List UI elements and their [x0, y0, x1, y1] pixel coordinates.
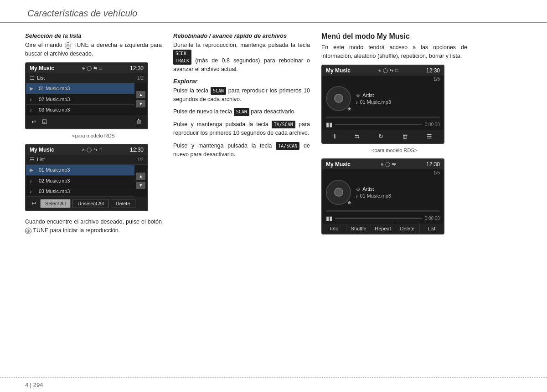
left-para2: Cuando encuentre el archivo deseado, pul… — [25, 218, 162, 235]
scroll-down-btn[interactable]: ▼ — [136, 182, 145, 189]
right-column: Menú del modo My Music En este modo tend… — [317, 32, 467, 239]
screen2-scroll: ▲ ▼ — [134, 165, 147, 197]
right-screen2-header: My Music ⎈ ◯ ⇆ 12:30 — [322, 159, 444, 169]
mid-para1: Durante la reproducción, mantenga pulsad… — [173, 41, 310, 74]
mid-section-title1: Rebobinado / avance rápido de archivos — [173, 32, 310, 39]
right-screen1-header: My Music ⎈ ◯ ⇆ □ 12:30 — [322, 66, 444, 76]
delete-button[interactable]: Delete — [111, 199, 135, 208]
screen2-bottom: ↩ Select All Unselect All Delete — [26, 197, 147, 210]
screen1-caption: <para modelo RDS — [25, 133, 162, 138]
screen1-items-wrap: ▶ 01 Music.mp3 ♪ 02 Music.mp3 ♪ 03 Music… — [26, 83, 147, 115]
unselect-all-button[interactable]: Unselect All — [72, 199, 108, 208]
back-icon[interactable]: ↩ — [30, 199, 38, 208]
note-icon: ♪ — [30, 107, 36, 112]
mid-para4: Pulse y mantenga pulsada la tecla TA/SCA… — [173, 120, 310, 138]
seek-track-key: SEEKTRACK — [173, 50, 191, 65]
repeat-icon[interactable]: ↻ — [376, 132, 386, 141]
note-icon: ♪ — [30, 188, 36, 194]
right-section-title: Menú del modo My Music — [321, 32, 467, 41]
list-item: ♪ 03 Music.mp3 — [26, 105, 134, 115]
player2-disc — [334, 188, 343, 197]
list-icon[interactable]: ☰ — [424, 132, 435, 141]
item-label: 02 Music.mp3 — [39, 178, 70, 183]
scroll-up-btn[interactable]: ▲ — [136, 91, 145, 98]
repeat-button[interactable]: Repeat — [371, 224, 395, 234]
scroll-up-btn[interactable]: ▲ — [136, 173, 145, 180]
player1-playbar: ▮▮ 0:00:00 — [322, 120, 444, 130]
screen1-title: My Music — [30, 65, 54, 71]
screen2-header: My Music ⎈ ◯ ⇆ □ 12:30 — [26, 145, 147, 155]
screen2-items-wrap: ▶ 01 Music.mp3 ♪ 02 Music.mp3 ♪ 03 Music… — [26, 165, 147, 197]
star-icon: ★ — [347, 106, 352, 112]
back-icon[interactable]: ↩ — [30, 117, 38, 126]
list-item: ♪ 02 Music.mp3 — [26, 94, 134, 105]
player2-artist: ☺ Artist — [356, 186, 440, 192]
bluetooth-icon: ⎈ — [82, 147, 85, 152]
right-screen2-title: My Music — [326, 161, 351, 168]
mid-para3: Pulse de nuevo la tecla SCAN para desact… — [173, 107, 310, 116]
scroll-down-btn[interactable]: ▼ — [136, 100, 145, 107]
screen2-list-label: List — [37, 157, 45, 162]
right-para1: En este modo tendrá acceso a las opcione… — [321, 43, 467, 61]
player2-playbar: ▮▮ 0:00:00 — [322, 214, 444, 224]
player1-progress-bar — [326, 117, 440, 118]
right-screen1-caption: <para modelo RDS> — [321, 148, 467, 153]
player1-info: ☺ Artist ♪ 01 Music.mp3 — [356, 92, 440, 105]
screen1-page: 1/2 — [137, 76, 144, 81]
item-label: 03 Music.mp3 — [39, 107, 70, 112]
player2-menu-bottom: Info Shuffle Repeat Delete List — [322, 224, 444, 234]
ta-scan-key2: TA/SCAN — [276, 142, 299, 150]
screen1-items-list: ▶ 01 Music.mp3 ♪ 02 Music.mp3 ♪ 03 Music… — [26, 83, 134, 115]
square-icon: □ — [395, 68, 398, 73]
main-content: Selección de la lista Gire el mando ◎ TU… — [0, 23, 547, 239]
screen2-time: 12:30 — [130, 147, 144, 153]
delete-icon[interactable]: 🗑 — [399, 132, 411, 141]
note-icon: ♪ — [356, 193, 358, 199]
left-section-title: Selección de la lista — [25, 32, 162, 39]
screen2-title: My Music — [30, 147, 54, 153]
trash-icon[interactable]: 🗑 — [134, 117, 144, 126]
screen1: My Music ⎈ ◯ ⇆ □ 12:30 ☰ List 1/2 ▶ 01 — [25, 62, 148, 129]
shuffle-icon[interactable]: ⇆ — [352, 132, 362, 141]
right-screen2: My Music ⎈ ◯ ⇆ 12:30 1/5 ★ ☺ Artist — [321, 158, 444, 234]
screen2-page: 1/2 — [137, 157, 144, 162]
list-item: ♪ 03 Music.mp3 — [26, 186, 134, 197]
player1-art: ★ — [326, 86, 351, 111]
list-button[interactable]: List — [420, 224, 444, 234]
player1-body: ★ ☺ Artist ♪ 01 Music.mp3 — [322, 82, 444, 115]
person-icon: ☺ — [356, 186, 361, 192]
right-screen1-page: 1/5 — [322, 76, 444, 82]
arrows-icon: ⇆ — [392, 162, 396, 167]
select-all-button[interactable]: Select All — [40, 199, 71, 208]
right-screen1: My Music ⎈ ◯ ⇆ □ 12:30 1/5 ★ ☺ — [321, 65, 444, 144]
list-item: ▶ 01 Music.mp3 — [26, 165, 134, 176]
right-screen1-icons: ⎈ ◯ ⇆ □ — [378, 68, 398, 73]
arrows-icon: ⇆ — [93, 66, 97, 71]
right-screen2-time: 12:30 — [426, 161, 440, 168]
play-icon: ▶ — [30, 86, 36, 92]
item-label: 01 Music.mp3 — [39, 167, 70, 173]
info-button[interactable]: Info — [322, 224, 346, 234]
player1-artist: ☺ Artist — [356, 92, 440, 98]
play-icon: ▶ — [30, 167, 36, 173]
bluetooth-icon: ⎈ — [82, 66, 85, 71]
player2-body: ★ ☺ Artist ♪ 01 Music.mp3 — [322, 176, 444, 209]
player1-track: ♪ 01 Music.mp3 — [356, 99, 440, 105]
note-icon: ♪ — [30, 178, 36, 183]
left-column: Selección de la lista Gire el mando ◎ TU… — [25, 32, 166, 239]
info-icon[interactable]: ℹ — [331, 132, 339, 141]
list-item: ♪ 02 Music.mp3 — [26, 176, 134, 186]
delete-button[interactable]: Delete — [395, 224, 419, 234]
mid-para2: Pulse la tecla SCAN para reproducir los … — [173, 87, 310, 104]
check-icon[interactable]: ☑ — [40, 117, 49, 126]
screen1-time: 12:30 — [130, 65, 144, 71]
bluetooth-icon: ⎈ — [381, 162, 383, 167]
arrows-icon: ⇆ — [390, 68, 393, 73]
screen2-icons: ⎈ ◯ ⇆ □ — [82, 147, 102, 152]
list-item: ▶ 01 Music.mp3 — [26, 83, 134, 94]
shuffle-button[interactable]: Shuffle — [346, 224, 371, 234]
page-header: Características de vehículo — [0, 0, 547, 23]
screen1-scroll: ▲ ▼ — [134, 83, 147, 115]
right-screen2-icons: ⎈ ◯ ⇆ — [381, 162, 396, 167]
screen1-bottom: ↩ ☑ 🗑 — [26, 115, 147, 128]
